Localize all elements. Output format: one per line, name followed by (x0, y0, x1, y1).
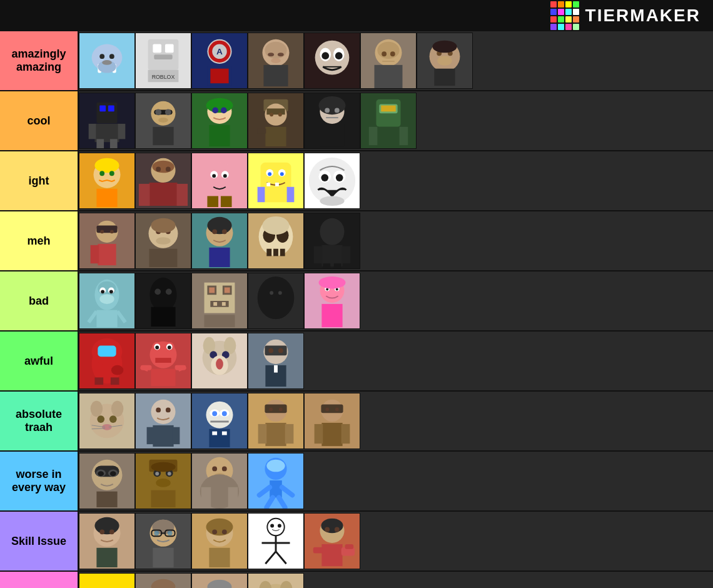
svg-rect-64 (118, 124, 126, 139)
svg-rect-165 (149, 249, 178, 267)
tier-item[interactable] (248, 513, 304, 569)
tier-item[interactable]: ROBLOX (135, 33, 191, 89)
svg-point-78 (206, 98, 233, 113)
tier-item[interactable]: A (191, 33, 248, 89)
svg-rect-121 (139, 184, 150, 206)
tier-item[interactable] (304, 93, 360, 149)
tier-item[interactable] (248, 453, 304, 509)
svg-point-164 (156, 237, 170, 245)
tier-item[interactable] (79, 153, 135, 209)
tier-item[interactable] (191, 573, 248, 588)
tier-item[interactable] (191, 513, 248, 569)
svg-point-270 (268, 348, 273, 353)
tier-row-remove: remove it now (0, 572, 713, 588)
tier-item[interactable] (79, 93, 135, 149)
svg-point-381 (206, 519, 233, 535)
tier-item[interactable] (79, 213, 135, 269)
tier-item[interactable] (248, 573, 304, 588)
svg-rect-154 (96, 226, 117, 233)
svg-rect-377 (153, 548, 173, 567)
svg-point-195 (99, 294, 114, 304)
tier-item[interactable] (248, 213, 304, 269)
svg-point-278 (111, 401, 124, 417)
tier-label-meh: meh (0, 211, 79, 270)
svg-point-96 (335, 108, 340, 113)
tier-item[interactable] (304, 33, 360, 89)
tier-item[interactable] (248, 33, 304, 89)
svg-point-95 (325, 108, 330, 113)
svg-point-170 (207, 217, 231, 234)
tier-item[interactable] (360, 33, 417, 89)
tier-item[interactable] (191, 393, 248, 449)
svg-point-338 (156, 479, 170, 487)
tier-item[interactable] (79, 333, 135, 389)
tier-item[interactable] (135, 93, 191, 149)
svg-rect-254 (151, 369, 175, 386)
tier-item[interactable] (135, 453, 191, 509)
tier-item[interactable] (79, 393, 135, 449)
svg-point-365 (99, 529, 104, 534)
tier-items-awful (79, 332, 713, 390)
tier-item[interactable] (135, 153, 191, 209)
svg-rect-103 (381, 106, 395, 112)
svg-point-279 (97, 415, 104, 423)
svg-point-46 (382, 51, 387, 56)
tier-item[interactable] (135, 393, 191, 449)
tier-item[interactable] (248, 93, 304, 149)
tier-item[interactable] (248, 393, 304, 449)
svg-rect-12 (153, 44, 161, 53)
tier-item[interactable] (248, 153, 304, 209)
tier-item[interactable] (304, 273, 360, 329)
svg-rect-273 (274, 365, 278, 373)
tier-item[interactable] (191, 333, 248, 389)
svg-point-399 (335, 527, 340, 532)
tier-item[interactable] (79, 273, 135, 329)
svg-rect-269 (265, 346, 286, 356)
tier-item[interactable] (135, 513, 191, 569)
tier-item[interactable] (79, 453, 135, 509)
tier-item[interactable] (248, 273, 304, 329)
svg-rect-384 (209, 548, 230, 567)
svg-rect-215 (225, 287, 230, 293)
tier-item[interactable] (360, 93, 417, 149)
tier-item[interactable] (191, 213, 248, 269)
svg-point-85 (265, 104, 286, 126)
svg-rect-238 (98, 346, 116, 357)
tier-item[interactable] (191, 453, 248, 509)
svg-point-185 (320, 218, 344, 245)
tier-item[interactable] (191, 273, 248, 329)
tier-item[interactable] (135, 273, 191, 329)
tier-item[interactable] (135, 213, 191, 269)
tier-item[interactable] (135, 333, 191, 389)
tier-item[interactable] (79, 513, 135, 569)
svg-point-224 (278, 291, 282, 295)
svg-point-299 (222, 411, 227, 416)
svg-point-138 (280, 172, 284, 176)
svg-point-171 (212, 229, 217, 234)
svg-rect-217 (213, 302, 217, 306)
tier-item[interactable] (248, 333, 304, 389)
tier-item[interactable] (79, 33, 135, 89)
tier-label-worse: worse in every way (0, 452, 79, 510)
tier-item[interactable] (79, 573, 135, 588)
svg-rect-318 (321, 423, 342, 446)
tier-item[interactable] (304, 393, 360, 449)
tier-item[interactable] (304, 153, 360, 209)
tier-row-absolute: absolute traah (0, 392, 713, 452)
logo-cell (550, 9, 557, 15)
svg-rect-59 (96, 103, 117, 123)
tier-label-ight: ight (0, 151, 79, 210)
tier-item[interactable] (191, 153, 248, 209)
svg-point-52 (437, 56, 452, 66)
tier-item[interactable] (304, 513, 360, 569)
svg-rect-55 (434, 69, 455, 86)
tier-items-remove (79, 572, 713, 588)
tier-item[interactable] (191, 93, 248, 149)
svg-rect-45 (375, 65, 403, 88)
svg-point-112 (109, 171, 114, 176)
tier-item[interactable] (304, 213, 360, 269)
tier-item[interactable] (417, 33, 473, 89)
svg-point-222 (258, 276, 295, 319)
svg-point-110 (94, 158, 119, 173)
tier-item[interactable] (135, 573, 191, 588)
